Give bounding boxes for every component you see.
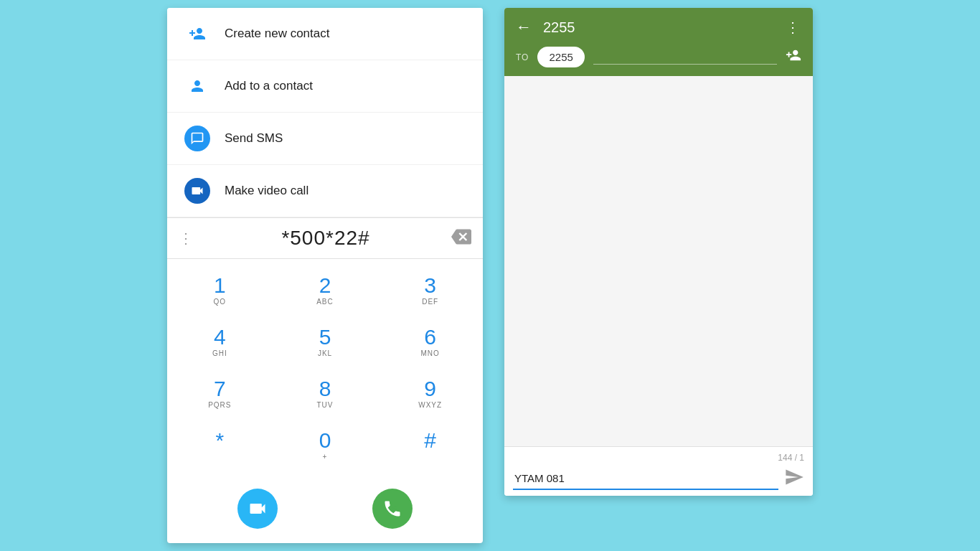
numpad: 1 QO 2 ABC 3 DEF 4 GHI 5 JKL — [167, 259, 483, 477]
sms-text-input[interactable] — [513, 468, 778, 490]
sms-conversation-title: 2255 — [543, 19, 774, 36]
sms-panel: ← 2255 ⋮ TO 2255 144 / 1 — [504, 8, 813, 496]
sms-to-label: TO — [516, 52, 529, 62]
menu-item-add-contact[interactable]: Add to a contact — [167, 60, 483, 113]
phone-panel: Create new contact Add to a contact — [167, 8, 483, 543]
key-5[interactable]: 5 JKL — [273, 316, 378, 368]
menu-item-create-contact[interactable]: Create new contact — [167, 8, 483, 60]
sms-to-row: TO 2255 — [504, 44, 813, 76]
dialer-input-row: ⋮ *500*22# — [167, 218, 483, 259]
sms-header: ← 2255 ⋮ TO 2255 — [504, 8, 813, 76]
call-button[interactable]: 4G — [372, 489, 413, 529]
screens-container: Create new contact Add to a contact — [153, 0, 827, 551]
key-star[interactable]: * — [167, 420, 273, 471]
sms-input-row — [513, 467, 804, 490]
video-call-button[interactable] — [237, 489, 278, 529]
back-icon[interactable]: ← — [516, 18, 532, 37]
sms-recipient-chip[interactable]: 2255 — [537, 47, 584, 67]
add-contact-to-sms-icon[interactable] — [786, 47, 801, 67]
backspace-button[interactable] — [451, 227, 471, 250]
dialer-display: *500*22# — [200, 227, 451, 250]
sms-send-button[interactable] — [784, 467, 804, 490]
key-9[interactable]: 9 WXYZ — [377, 368, 483, 420]
add-contact-label: Add to a contact — [225, 79, 313, 93]
svg-text:4G: 4G — [392, 506, 397, 510]
dialer-actions: 4G — [167, 477, 483, 543]
sms-recipient-line — [593, 50, 777, 65]
video-call-label: Make video call — [225, 184, 308, 198]
videocam-icon — [184, 178, 210, 204]
dialer-options-icon[interactable]: ⋮ — [179, 230, 194, 247]
key-4[interactable]: 4 GHI — [167, 316, 273, 368]
sms-overflow-menu-icon[interactable]: ⋮ — [786, 19, 801, 36]
menu-item-video-call[interactable]: Make video call — [167, 165, 483, 217]
key-hash[interactable]: # — [377, 420, 483, 471]
key-0[interactable]: 0 + — [273, 420, 378, 471]
key-3[interactable]: 3 DEF — [377, 265, 483, 316]
sms-footer: 144 / 1 — [504, 446, 813, 496]
menu-section: Create new contact Add to a contact — [167, 8, 483, 217]
sms-message-area — [504, 76, 813, 446]
send-sms-label: Send SMS — [225, 131, 283, 146]
message-icon — [184, 126, 210, 151]
dialer-section: ⋮ *500*22# 1 QO 2 ABC — [167, 218, 483, 543]
key-8[interactable]: 8 TUV — [273, 368, 378, 420]
key-2[interactable]: 2 ABC — [273, 265, 378, 316]
sms-title-row: ← 2255 ⋮ — [504, 8, 813, 44]
key-1[interactable]: 1 QO — [167, 265, 273, 316]
sms-char-count: 144 / 1 — [513, 453, 804, 463]
person-icon — [184, 73, 210, 99]
create-contact-label: Create new contact — [225, 27, 329, 41]
person-add-icon — [184, 21, 210, 47]
menu-item-send-sms[interactable]: Send SMS — [167, 113, 483, 165]
key-7[interactable]: 7 PQRS — [167, 368, 273, 420]
key-6[interactable]: 6 MNO — [377, 316, 483, 368]
